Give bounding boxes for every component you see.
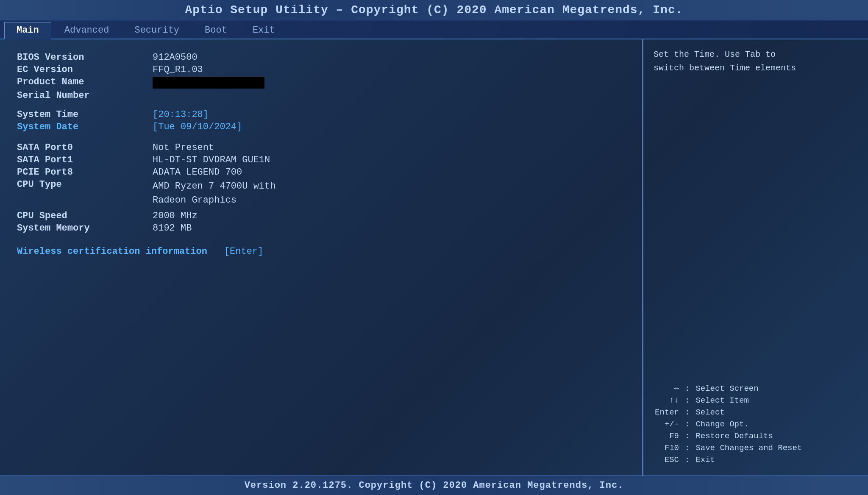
ec-version-row: EC Version FFQ_R1.03 bbox=[17, 64, 625, 75]
cpu-type-label: CPU Type bbox=[17, 179, 153, 190]
key-symbol: Enter bbox=[654, 408, 679, 417]
key-colon: : bbox=[685, 431, 690, 441]
sata1-label: SATA Port1 bbox=[17, 155, 153, 165]
key-description: Select bbox=[696, 408, 724, 417]
nav-tabs: Main Advanced Security Boot Exit bbox=[0, 20, 868, 39]
bios-version-row: BIOS Version 912A0500 bbox=[17, 52, 625, 63]
wireless-label: Wireless certification information bbox=[17, 246, 207, 257]
cpu-speed-row: CPU Speed 2000 MHz bbox=[17, 211, 625, 221]
ec-version-value: FFQ_R1.03 bbox=[153, 64, 203, 75]
key-row: F10:Save Changes and Reset bbox=[654, 443, 858, 453]
title-bar-text: Aptio Setup Utility – Copyright (C) 2020… bbox=[185, 3, 683, 17]
cpu-type-value: AMD Ryzen 7 4700U withRadeon Graphics bbox=[153, 179, 275, 207]
cpu-type-row: CPU Type AMD Ryzen 7 4700U withRadeon Gr… bbox=[17, 179, 625, 207]
key-symbol: +/- bbox=[654, 420, 679, 429]
key-row: Enter:Select bbox=[654, 408, 858, 417]
key-symbol: F9 bbox=[654, 431, 679, 441]
sata1-value: HL-DT-ST DVDRAM GUE1N bbox=[153, 155, 270, 165]
key-description: Select Screen bbox=[696, 384, 758, 393]
wireless-row[interactable]: Wireless certification information [Ente… bbox=[17, 246, 625, 257]
help-line1: Set the Time. Use Tab to bbox=[654, 48, 858, 61]
title-bar: Aptio Setup Utility – Copyright (C) 2020… bbox=[0, 0, 868, 20]
sys-memory-label: System Memory bbox=[17, 223, 153, 234]
product-name-value bbox=[153, 77, 264, 89]
key-description: Exit bbox=[696, 455, 715, 464]
key-symbol: F10 bbox=[654, 443, 679, 453]
key-row: ↑↓:Select Item bbox=[654, 396, 858, 405]
key-colon: : bbox=[685, 443, 690, 453]
key-description: Select Item bbox=[696, 396, 748, 405]
pcie-label: PCIE Port8 bbox=[17, 167, 153, 178]
system-time-value: [20:13:28] bbox=[153, 109, 209, 120]
serial-number-row: Serial Number bbox=[17, 90, 625, 101]
bios-version-label: BIOS Version bbox=[17, 52, 153, 63]
key-description: Restore Defaults bbox=[696, 431, 773, 441]
key-row: ESC:Exit bbox=[654, 455, 858, 464]
sys-memory-value: 8192 MB bbox=[153, 223, 192, 234]
system-time-label: System Time bbox=[17, 109, 153, 120]
key-colon: : bbox=[685, 420, 690, 429]
pcie-row: PCIE Port8 ADATA LEGEND 700 bbox=[17, 167, 625, 178]
system-time-row[interactable]: System Time [20:13:28] bbox=[17, 109, 625, 120]
right-panel: Set the Time. Use Tab to switch between … bbox=[643, 39, 868, 476]
key-row: +/-:Change Opt. bbox=[654, 420, 858, 429]
footer-text: Version 2.20.1275. Copyright (C) 2020 Am… bbox=[245, 480, 624, 491]
serial-number-label: Serial Number bbox=[17, 90, 153, 101]
key-colon: : bbox=[685, 384, 690, 393]
key-colon: : bbox=[685, 396, 690, 405]
system-date-row[interactable]: System Date [Tue 09/10/2024] bbox=[17, 122, 625, 132]
ec-version-label: EC Version bbox=[17, 64, 153, 75]
key-reference: ↔:Select Screen↑↓:Select ItemEnter:Selec… bbox=[654, 380, 858, 467]
tab-exit[interactable]: Exit bbox=[240, 22, 287, 39]
sys-memory-row: System Memory 8192 MB bbox=[17, 223, 625, 234]
product-name-label: Product Name bbox=[17, 77, 153, 87]
bios-version-value: 912A0500 bbox=[153, 52, 198, 63]
cpu-speed-label: CPU Speed bbox=[17, 211, 153, 221]
help-line2: switch between Time elements bbox=[654, 61, 858, 75]
footer: Version 2.20.1275. Copyright (C) 2020 Am… bbox=[0, 476, 868, 495]
bios-info-section: BIOS Version 912A0500 EC Version FFQ_R1.… bbox=[17, 52, 625, 101]
sata0-label: SATA Port0 bbox=[17, 142, 153, 153]
key-symbol: ESC bbox=[654, 455, 679, 464]
key-description: Change Opt. bbox=[696, 420, 748, 429]
key-row: F9:Restore Defaults bbox=[654, 431, 858, 441]
help-text: Set the Time. Use Tab to switch between … bbox=[654, 48, 858, 75]
cpu-speed-value: 2000 MHz bbox=[153, 211, 198, 221]
bios-screen: Aptio Setup Utility – Copyright (C) 2020… bbox=[0, 0, 868, 495]
key-symbol: ↑↓ bbox=[654, 396, 679, 405]
system-date-label: System Date bbox=[17, 122, 153, 132]
sata0-row: SATA Port0 Not Present bbox=[17, 142, 625, 153]
tab-main[interactable]: Main bbox=[4, 22, 51, 39]
key-colon: : bbox=[685, 408, 690, 417]
tab-security[interactable]: Security bbox=[122, 22, 192, 39]
key-row: ↔:Select Screen bbox=[654, 384, 858, 393]
left-panel: BIOS Version 912A0500 EC Version FFQ_R1.… bbox=[0, 39, 643, 476]
key-description: Save Changes and Reset bbox=[696, 443, 802, 453]
ports-section: SATA Port0 Not Present SATA Port1 HL-DT-… bbox=[17, 142, 625, 234]
key-colon: : bbox=[685, 455, 690, 464]
key-symbol: ↔ bbox=[654, 384, 679, 393]
system-date-value: [Tue 09/10/2024] bbox=[153, 122, 242, 132]
pcie-value: ADATA LEGEND 700 bbox=[153, 167, 242, 178]
tab-advanced[interactable]: Advanced bbox=[52, 22, 122, 39]
wireless-value: [Enter] bbox=[224, 246, 263, 257]
sata1-row: SATA Port1 HL-DT-ST DVDRAM GUE1N bbox=[17, 155, 625, 165]
sata0-value: Not Present bbox=[153, 142, 214, 153]
tab-boot[interactable]: Boot bbox=[192, 22, 239, 39]
product-name-row: Product Name bbox=[17, 77, 625, 89]
system-time-section: System Time [20:13:28] System Date [Tue … bbox=[17, 109, 625, 132]
main-content: BIOS Version 912A0500 EC Version FFQ_R1.… bbox=[0, 39, 868, 476]
